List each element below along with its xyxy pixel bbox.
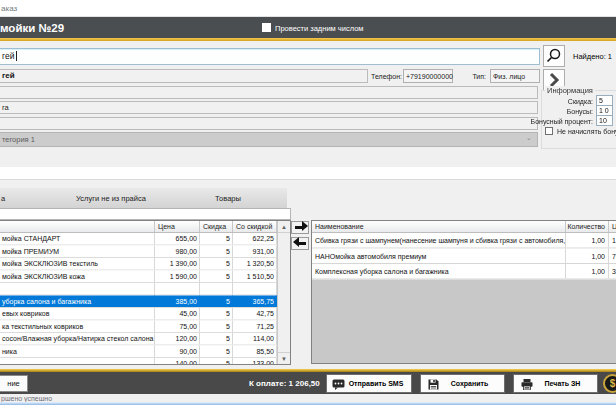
- cell: [155, 283, 200, 295]
- client-extra-field-2[interactable]: [0, 117, 538, 130]
- price-table-row[interactable]: мойка СТАНДАРТ655,005622,25: [0, 233, 290, 246]
- cell: мойка ЭКСКЛЮЗИВ текстиль: [0, 258, 155, 270]
- cell: 133,00: [233, 358, 277, 365]
- phone-label: Телефон:: [340, 72, 402, 80]
- no-bonus-checkbox[interactable]: [545, 127, 553, 135]
- cell: 931,00: [233, 246, 277, 258]
- price-table-row[interactable]: ка текстильных ковриков75,00571,25: [0, 321, 290, 334]
- save-button[interactable]: Сохранить: [420, 374, 505, 393]
- cell: 1 390,00: [155, 258, 200, 270]
- cell: 1 320,50: [233, 258, 277, 270]
- search-icon: [544, 46, 564, 66]
- cell: 385,00: [609, 264, 616, 279]
- order-table-row[interactable]: НАНОмойка автомобиля премиум1,00700,00: [312, 249, 616, 265]
- price-table-row[interactable]: 140,005133,00: [0, 358, 290, 365]
- send-sms-label: Отправить SMS: [327, 380, 411, 388]
- cell: мойка ЭКСКЛЮЗИВ кожа: [0, 271, 155, 283]
- cell: [233, 283, 277, 295]
- bonus-percent-field[interactable]: 10: [596, 115, 613, 126]
- toolbar-left-button[interactable]: ние: [0, 375, 28, 392]
- client-extra-field-1[interactable]: [0, 86, 538, 99]
- col-order-name: Наименование: [312, 221, 566, 232]
- price-table-row[interactable]: ника90,00585,50: [0, 346, 290, 359]
- cell: 5: [200, 333, 233, 345]
- cell: Сбивка грязи с шампунем(нанесение шампун…: [312, 233, 566, 248]
- cell: [0, 358, 155, 365]
- client-name-value: гей: [2, 71, 15, 80]
- save-label: Сохранить: [421, 380, 504, 388]
- status-bar: [0, 394, 616, 402]
- price-table-row[interactable]: уборка салона и багажника385,005365,75: [0, 296, 290, 309]
- category-combobox[interactable]: [0, 132, 538, 147]
- car-field[interactable]: [0, 101, 538, 114]
- price-table-scrollbar[interactable]: ▲ ▼: [277, 221, 290, 364]
- no-bonus-label: Не начислять бонусы: [557, 128, 616, 136]
- order-table-row[interactable]: Комплексная уборка салона и багажника1,0…: [312, 264, 616, 280]
- price-table-row[interactable]: [0, 283, 290, 296]
- dollar-icon: $: [610, 378, 616, 389]
- cell: сосон/Влажная уборка/Натирка стекол сало…: [0, 333, 155, 345]
- price-table-row[interactable]: мойка ЭКСКЛЮЗИВ текстиль1 390,0051 320,5…: [0, 258, 290, 271]
- order-items-table[interactable]: Наименование Количество Цена Сбивка гряз…: [311, 220, 616, 364]
- car-field-value: га: [2, 103, 9, 112]
- price-table-row[interactable]: сосон/Влажная уборка/Натирка стекол сало…: [0, 333, 290, 346]
- price-table-row[interactable]: мойка ЭКСКЛЮЗИВ кожа1 590,0051 510,50: [0, 271, 290, 284]
- cell: 980,00: [155, 246, 200, 258]
- cell: 42,75: [233, 308, 277, 320]
- cell: 90,00: [155, 346, 200, 358]
- scroll-up-icon[interactable]: ▲: [278, 221, 290, 233]
- cell: 5: [200, 321, 233, 333]
- order-table-row[interactable]: Сбивка грязи с шампунем(нанесение шампун…: [312, 233, 616, 249]
- price-table-row[interactable]: мойка ПРЕМИУМ980,005931,00: [0, 246, 290, 259]
- info-group-label: Информация: [545, 86, 595, 95]
- cell: 5: [200, 358, 233, 365]
- col-order-price: Цена: [609, 221, 616, 232]
- bonus-percent-label: Бонусный процент:: [500, 117, 593, 125]
- tab-services[interactable]: а: [1, 194, 5, 203]
- print-label: Печать ЗН: [514, 380, 597, 388]
- tab-services-custom[interactable]: Услуги не из прайса: [60, 194, 162, 203]
- search-input[interactable]: [0, 48, 540, 65]
- send-sms-button[interactable]: Отправить SMS: [326, 374, 412, 393]
- cell: 1,00: [566, 249, 609, 264]
- client-name-field[interactable]: [0, 69, 368, 83]
- col-discounted: Со скидкой: [233, 221, 277, 232]
- cell: 1,00: [566, 233, 609, 248]
- print-button[interactable]: Печать ЗН: [513, 374, 598, 393]
- cell: 622,25: [233, 233, 277, 245]
- phone-field[interactable]: +79190000000: [403, 69, 453, 83]
- backdate-checkbox[interactable]: [262, 23, 271, 32]
- col-discount: Скидка: [200, 221, 233, 232]
- client-type-label: Тип:: [458, 72, 486, 80]
- cell: ника: [0, 346, 155, 358]
- cell: ка текстильных ковриков: [0, 321, 155, 333]
- cell: 1,00: [566, 264, 609, 279]
- bonuses-label: Бонусы:: [500, 107, 593, 115]
- cell: 700,00: [609, 249, 616, 264]
- price-list-table[interactable]: Цена Скидка Со скидкой мойка СТАНДАРТ655…: [0, 220, 291, 365]
- search-button[interactable]: [543, 45, 565, 67]
- cell: 5: [200, 308, 233, 320]
- cell: мойка СТАНДАРТ: [0, 233, 155, 245]
- add-to-order-button[interactable]: [291, 221, 309, 234]
- gold-divider: [0, 38, 616, 41]
- client-type-field[interactable]: Физ. лицо: [490, 69, 540, 83]
- window-tab-title[interactable]: аказ: [1, 4, 17, 13]
- cell: 5: [200, 233, 233, 245]
- service-filter-input[interactable]: [0, 208, 291, 220]
- discount-label: Скидка:: [500, 97, 593, 105]
- payment-button[interactable]: $: [603, 374, 616, 393]
- order-table-header: Наименование Количество Цена: [312, 221, 616, 233]
- tab-goods[interactable]: Товары: [193, 194, 263, 203]
- price-table-body: мойка СТАНДАРТ655,005622,25мойка ПРЕМИУМ…: [0, 233, 290, 365]
- cell: 385,00: [155, 296, 200, 308]
- scroll-down-icon[interactable]: ▼: [278, 352, 290, 364]
- category-value: тегория 1: [2, 135, 35, 144]
- cell: 45,00: [155, 308, 200, 320]
- cell: 5: [200, 258, 233, 270]
- remove-from-order-button[interactable]: [291, 237, 309, 250]
- cell: 114,00: [233, 333, 277, 345]
- cell: 5: [200, 271, 233, 283]
- price-table-row[interactable]: евых ковриков45,00542,75: [0, 308, 290, 321]
- cell: 85,50: [233, 346, 277, 358]
